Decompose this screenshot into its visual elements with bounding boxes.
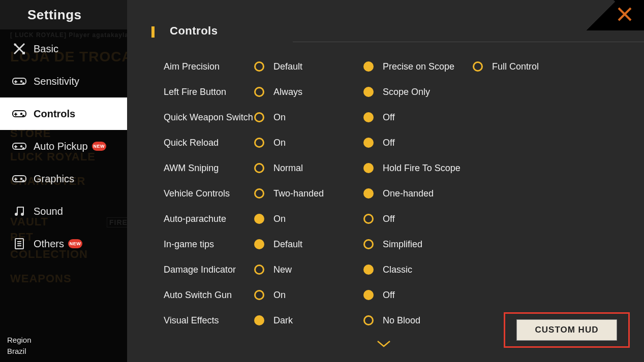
- new-badge: NEW: [68, 239, 82, 248]
- option-label: Classic: [383, 265, 412, 275]
- radio-icon: [363, 138, 374, 148]
- option-new[interactable]: New: [254, 265, 363, 275]
- setting-row-damage-indicator: Damage IndicatorNewClassic: [164, 257, 636, 282]
- settings-list: Aim PrecisionDefaultPrecise on ScopeFull…: [164, 54, 636, 333]
- setting-row-auto-switch-gun: Auto Switch GunOnOff: [164, 282, 636, 308]
- option-classic[interactable]: Classic: [363, 265, 473, 275]
- sidebar-item-graphics[interactable]: Graphics: [0, 162, 127, 195]
- setting-label: Vehicle Controls: [164, 188, 254, 199]
- radio-icon: [473, 61, 483, 72]
- crossed-tools-icon: [11, 42, 27, 56]
- option-label: Hold Fire To Scope: [383, 163, 461, 174]
- music-note-icon: [11, 204, 27, 218]
- radio-icon: [254, 214, 264, 224]
- sidebar-item-sensitivity[interactable]: Sensitivity: [0, 65, 127, 97]
- sidebar-item-label: Auto Pickup: [34, 141, 88, 152]
- option-normal[interactable]: Normal: [254, 163, 363, 174]
- option-on[interactable]: On: [254, 290, 363, 301]
- sidebar-item-others[interactable]: OthersNEW: [0, 227, 127, 260]
- option-hold-fire-to-scope[interactable]: Hold Fire To Scope: [363, 163, 473, 174]
- option-simplified[interactable]: Simplified: [363, 239, 473, 250]
- option-label: One-handed: [383, 188, 434, 199]
- option-no-blood[interactable]: No Blood: [363, 315, 473, 326]
- radio-icon: [363, 112, 374, 122]
- option-label: New: [273, 265, 292, 275]
- setting-row-aim-precision: Aim PrecisionDefaultPrecise on ScopeFull…: [164, 54, 636, 79]
- radio-icon: [363, 214, 374, 224]
- sidebar-item-label: Basic: [34, 43, 58, 55]
- panel-title: Controls: [170, 24, 218, 38]
- option-label: Simplified: [383, 239, 422, 250]
- sidebar-item-label: Sound: [34, 206, 63, 217]
- close-button[interactable]: [578, 0, 644, 30]
- sidebar-item-controls[interactable]: Controls: [0, 97, 127, 130]
- option-precise-on-scope[interactable]: Precise on Scope: [363, 61, 473, 72]
- option-label: Off: [383, 112, 395, 123]
- option-dark[interactable]: Dark: [254, 315, 363, 326]
- chevron-down-icon: [376, 339, 391, 348]
- radio-icon: [254, 290, 264, 300]
- option-label: Default: [273, 61, 302, 72]
- radio-icon: [254, 138, 264, 148]
- radio-icon: [363, 290, 374, 300]
- radio-icon: [254, 239, 264, 249]
- option-default[interactable]: Default: [254, 61, 363, 72]
- option-label: Scope Only: [383, 87, 430, 97]
- option-label: Precise on Scope: [383, 61, 454, 72]
- radio-icon: [363, 61, 374, 72]
- option-one-handed[interactable]: One-handed: [363, 188, 473, 199]
- sidebar-title: Settings: [0, 0, 127, 29]
- setting-label: Left Fire Button: [164, 87, 254, 97]
- gamepad-icon: [11, 107, 27, 121]
- option-label: Off: [383, 214, 395, 224]
- setting-label: In-game tips: [164, 239, 254, 250]
- setting-label: Auto Switch Gun: [164, 290, 254, 301]
- option-off[interactable]: Off: [363, 214, 473, 224]
- region-info: Region Brazil: [7, 335, 32, 357]
- document-icon: [11, 237, 27, 251]
- sidebar-item-basic[interactable]: Basic: [0, 32, 127, 65]
- setting-label: Quick Weapon Switch: [164, 112, 254, 123]
- setting-row-quick-reload: Quick ReloadOnOff: [164, 130, 636, 155]
- setting-label: Quick Reload: [164, 138, 254, 148]
- option-label: Two-handed: [273, 188, 324, 199]
- setting-label: Auto-parachute: [164, 214, 254, 224]
- option-label: Off: [383, 290, 395, 301]
- radio-icon: [363, 188, 374, 199]
- radio-icon: [254, 112, 264, 122]
- option-label: Full Control: [492, 61, 539, 72]
- option-on[interactable]: On: [254, 112, 363, 123]
- option-default[interactable]: Default: [254, 239, 363, 250]
- radio-icon: [254, 265, 264, 275]
- radio-icon: [254, 87, 264, 97]
- option-off[interactable]: Off: [363, 138, 473, 148]
- sidebar-item-auto-pickup[interactable]: Auto PickupNEW: [0, 130, 127, 162]
- option-off[interactable]: Off: [363, 112, 473, 123]
- option-two-handed[interactable]: Two-handed: [254, 188, 363, 199]
- setting-row-auto-parachute: Auto-parachuteOnOff: [164, 206, 636, 232]
- option-scope-only[interactable]: Scope Only: [363, 87, 473, 97]
- custom-hud-button[interactable]: CUSTOM HUD: [516, 319, 617, 341]
- setting-row-left-fire-button: Left Fire ButtonAlwaysScope Only: [164, 79, 636, 105]
- radio-icon: [363, 239, 374, 249]
- sidebar-item-sound[interactable]: Sound: [0, 195, 127, 227]
- option-label: Default: [273, 239, 302, 250]
- gamepad-icon: [11, 139, 27, 153]
- radio-icon: [254, 315, 264, 325]
- sidebar-item-label: Controls: [34, 108, 75, 120]
- custom-hud-highlight: CUSTOM HUD: [504, 312, 630, 348]
- option-always[interactable]: Always: [254, 87, 363, 97]
- setting-row-awm-sniping: AWM SnipingNormalHold Fire To Scope: [164, 155, 636, 181]
- option-on[interactable]: On: [254, 214, 363, 224]
- option-label: Normal: [273, 163, 303, 174]
- option-off[interactable]: Off: [363, 290, 473, 301]
- radio-icon: [363, 87, 374, 97]
- setting-label: AWM Sniping: [164, 163, 254, 174]
- scroll-down-chevron[interactable]: [376, 339, 391, 350]
- option-label: On: [273, 214, 286, 224]
- radio-icon: [254, 61, 264, 72]
- option-full-control[interactable]: Full Control: [473, 61, 574, 72]
- sidebar-item-label: Others: [34, 238, 64, 250]
- option-label: No Blood: [383, 315, 420, 326]
- option-on[interactable]: On: [254, 138, 363, 148]
